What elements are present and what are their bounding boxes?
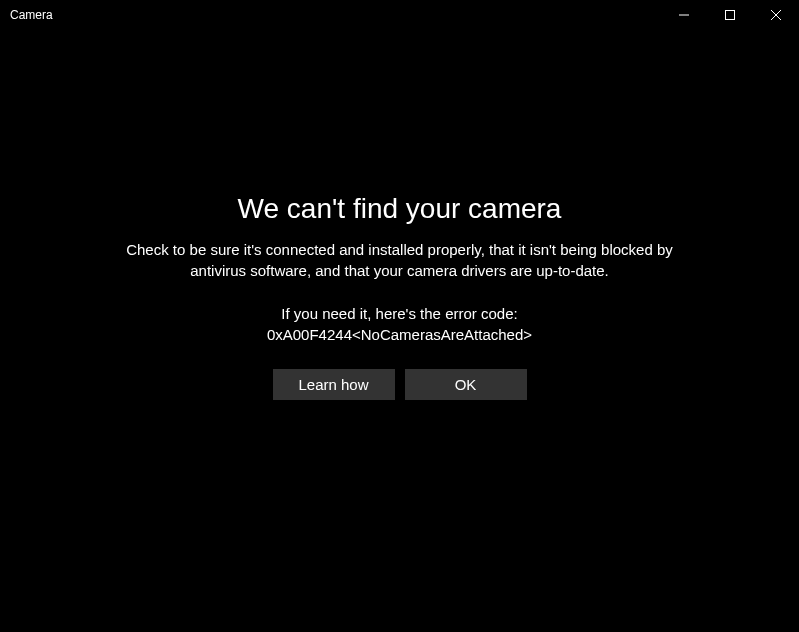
button-row: Learn how OK <box>273 369 527 400</box>
error-code-value: 0xA00F4244<NoCamerasAreAttached> <box>267 324 532 345</box>
learn-how-button[interactable]: Learn how <box>273 369 395 400</box>
error-code-label: If you need it, here's the error code: <box>281 303 517 324</box>
error-description: Check to be sure it's connected and inst… <box>120 239 680 281</box>
error-heading: We can't find your camera <box>238 193 562 225</box>
error-content: We can't find your camera Check to be su… <box>0 0 799 612</box>
ok-button[interactable]: OK <box>405 369 527 400</box>
